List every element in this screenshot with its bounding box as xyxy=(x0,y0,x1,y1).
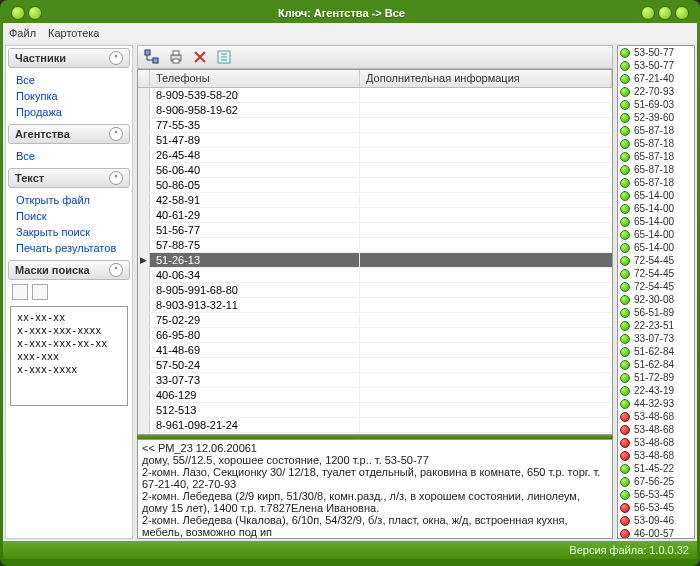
sidebar-link[interactable]: Продажа xyxy=(12,104,126,120)
status-phone-row[interactable]: 52-39-60 xyxy=(618,111,694,124)
table-row[interactable]: 77-55-35 xyxy=(138,118,612,133)
table-row[interactable]: 51-56-77 xyxy=(138,223,612,238)
table-row[interactable]: 66-95-80 xyxy=(138,328,612,343)
table-row[interactable]: 406-129 xyxy=(138,388,612,403)
chevron-up-icon[interactable]: ˄ xyxy=(109,171,123,185)
col-info[interactable]: Дополнительная информация xyxy=(360,70,612,87)
delete-icon[interactable] xyxy=(192,49,208,65)
menu-file[interactable]: Файл xyxy=(9,27,36,39)
status-phone-row[interactable]: 53-50-77 xyxy=(618,46,694,59)
status-phone-row[interactable]: 65-87-18 xyxy=(618,176,694,189)
status-phone-row[interactable]: 65-14-00 xyxy=(618,228,694,241)
menu-card[interactable]: Картотека xyxy=(48,27,99,39)
status-phone-row[interactable]: 51-72-89 xyxy=(618,371,694,384)
status-phone-row[interactable]: 22-43-19 xyxy=(618,384,694,397)
status-phone-row[interactable]: 46-00-57 xyxy=(618,527,694,539)
add-mask-icon[interactable] xyxy=(12,284,28,300)
table-row[interactable]: 512-513 xyxy=(138,403,612,418)
mask-item[interactable]: x-xxx-xxx-xx-xx xyxy=(15,337,123,350)
table-row[interactable]: 56-06-40 xyxy=(138,163,612,178)
status-phone-row[interactable]: 51-45-22 xyxy=(618,462,694,475)
status-phone-row[interactable]: 65-14-00 xyxy=(618,189,694,202)
table-row[interactable]: 40-06-34 xyxy=(138,268,612,283)
table-row[interactable]: 8-903-914-03-04 xyxy=(138,433,612,434)
status-phone-row[interactable]: 65-87-18 xyxy=(618,137,694,150)
table-row[interactable]: 8-905-991-68-80 xyxy=(138,283,612,298)
chevron-up-icon[interactable]: ˄ xyxy=(109,51,123,65)
status-phone-row[interactable]: 22-23-51 xyxy=(618,319,694,332)
status-phone-row[interactable]: 72-54-45 xyxy=(618,280,694,293)
status-phone-row[interactable]: 65-14-00 xyxy=(618,202,694,215)
mask-item[interactable]: xxx-xxx xyxy=(15,350,123,363)
sidebar-link[interactable]: Открыть файл xyxy=(12,192,126,208)
remove-mask-icon[interactable] xyxy=(32,284,48,300)
export-icon[interactable] xyxy=(216,49,232,65)
status-phone-row[interactable]: 92-30-08 xyxy=(618,293,694,306)
chevron-up-icon[interactable]: ˄ xyxy=(109,263,123,277)
table-row[interactable]: 40-61-29 xyxy=(138,208,612,223)
panel-masks-header[interactable]: Маски поиска ˄ xyxy=(8,260,130,280)
status-phone-row[interactable]: 51-62-84 xyxy=(618,358,694,371)
table-row[interactable]: 41-48-69 xyxy=(138,343,612,358)
status-phone-row[interactable]: 56-51-89 xyxy=(618,306,694,319)
status-phone-row[interactable]: 53-48-68 xyxy=(618,423,694,436)
mask-list[interactable]: xx-xx-xxx-xxx-xxx-xxxxx-xxx-xxx-xx-xxxxx… xyxy=(10,306,128,406)
status-phone-row[interactable]: 53-48-68 xyxy=(618,449,694,462)
sidebar-link[interactable]: Печать результатов xyxy=(12,240,126,256)
status-phone-row[interactable]: 53-48-68 xyxy=(618,410,694,423)
table-row[interactable]: 8-906-958-19-62 xyxy=(138,103,612,118)
panel-agentstva-header[interactable]: Агентства ˄ xyxy=(8,124,130,144)
status-phone-row[interactable]: 65-14-00 xyxy=(618,241,694,254)
status-phone-row[interactable]: 72-54-45 xyxy=(618,267,694,280)
status-phone-row[interactable]: 67-21-40 xyxy=(618,72,694,85)
table-row[interactable]: 8-909-539-58-20 xyxy=(138,88,612,103)
status-phone-row[interactable]: 65-87-18 xyxy=(618,150,694,163)
status-phone-row[interactable]: 65-14-00 xyxy=(618,215,694,228)
sidebar-link[interactable]: Поиск xyxy=(12,208,126,224)
status-phone-row[interactable]: 33-07-73 xyxy=(618,332,694,345)
panel-text-header[interactable]: Текст ˄ xyxy=(8,168,130,188)
table-row[interactable]: 50-86-05 xyxy=(138,178,612,193)
table-row[interactable]: 75-02-29 xyxy=(138,313,612,328)
cell-info xyxy=(360,313,612,327)
sidebar-link[interactable]: Все xyxy=(12,72,126,88)
status-phone-row[interactable]: 65-87-18 xyxy=(618,163,694,176)
table-row[interactable]: 42-58-91 xyxy=(138,193,612,208)
window-button[interactable] xyxy=(28,6,42,20)
status-phone-row[interactable]: 65-87-18 xyxy=(618,124,694,137)
table-row[interactable]: 26-45-48 xyxy=(138,148,612,163)
status-phone-row[interactable]: 72-54-45 xyxy=(618,254,694,267)
table-row[interactable]: 51-47-89 xyxy=(138,133,612,148)
sidebar-link[interactable]: Покупка xyxy=(12,88,126,104)
minimize-button[interactable] xyxy=(641,6,655,20)
sidebar-link[interactable]: Все xyxy=(12,148,126,164)
table-row[interactable]: 57-50-24 xyxy=(138,358,612,373)
status-phone-row[interactable]: 44-32-93 xyxy=(618,397,694,410)
status-phone-row[interactable]: 56-53-45 xyxy=(618,488,694,501)
status-phone-row[interactable]: 53-50-77 xyxy=(618,59,694,72)
window-button[interactable] xyxy=(11,6,25,20)
status-phone-row[interactable]: 67-56-25 xyxy=(618,475,694,488)
maximize-button[interactable] xyxy=(658,6,672,20)
sidebar-link[interactable]: Закрыть поиск xyxy=(12,224,126,240)
tree-icon[interactable] xyxy=(144,49,160,65)
mask-item[interactable]: xx-xx-xx xyxy=(15,311,123,324)
table-row[interactable]: 33-07-73 xyxy=(138,373,612,388)
status-phone-row[interactable]: 56-53-45 xyxy=(618,501,694,514)
status-phone-row[interactable]: 53-48-68 xyxy=(618,436,694,449)
chevron-up-icon[interactable]: ˄ xyxy=(109,127,123,141)
mask-item[interactable]: x-xxx-xxxx xyxy=(15,363,123,376)
status-phone-row[interactable]: 53-09-46 xyxy=(618,514,694,527)
status-phone-row[interactable]: 51-62-84 xyxy=(618,345,694,358)
close-button[interactable] xyxy=(675,6,689,20)
table-row[interactable]: 8-961-098-21-24 xyxy=(138,418,612,433)
panel-chastniki-header[interactable]: Частники ˄ xyxy=(8,48,130,68)
table-row[interactable]: 57-88-75 xyxy=(138,238,612,253)
table-row[interactable]: ▶51-26-13 xyxy=(138,253,612,268)
mask-item[interactable]: x-xxx-xxx-xxxx xyxy=(15,324,123,337)
print-icon[interactable] xyxy=(168,49,184,65)
status-phone-row[interactable]: 51-69-03 xyxy=(618,98,694,111)
col-phones[interactable]: Телефоны xyxy=(150,70,360,87)
status-phone-row[interactable]: 22-70-93 xyxy=(618,85,694,98)
table-row[interactable]: 8-903-913-32-11 xyxy=(138,298,612,313)
